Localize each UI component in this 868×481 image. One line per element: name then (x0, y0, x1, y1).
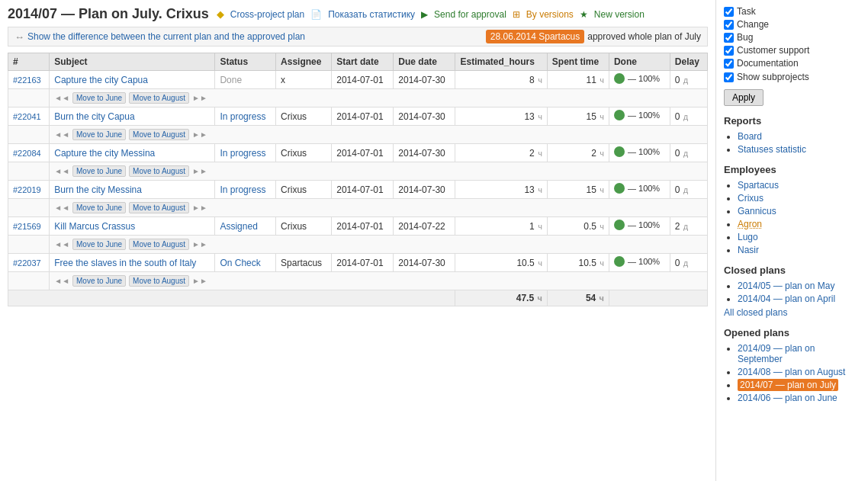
issue-assignee-cell: Spartacus (276, 254, 332, 272)
filter-checkbox-task[interactable] (724, 7, 734, 17)
filter-checkbox-item: Documentation (724, 58, 860, 69)
opened-plan-link[interactable]: 2014/06 — plan on June (738, 393, 837, 403)
filter-checkbox-bug[interactable] (724, 33, 734, 43)
issue-delay-cell: 0 д (670, 107, 707, 126)
by-versions-link[interactable]: By versions (526, 9, 574, 20)
closed-plan-item: 2014/04 — plan on April (738, 293, 860, 304)
issue-delay-cell: 0 д (670, 254, 707, 272)
move-june-link[interactable]: Move to June (72, 129, 126, 140)
move-august-link[interactable]: Move to August (129, 202, 189, 213)
employee-link[interactable]: Agron (738, 219, 762, 229)
issue-subject-cell: Capture the city Capua (50, 71, 215, 89)
employee-item: Spartacus (738, 180, 860, 191)
show-subprojects-checkbox[interactable] (724, 72, 734, 82)
action-row: ◄◄ Move to June Move to August ►► (8, 272, 708, 290)
statistics-link[interactable]: Показать статистику (328, 9, 415, 20)
move-august-link[interactable]: Move to August (129, 129, 189, 140)
issue-id-link[interactable]: #22084 (13, 149, 41, 158)
employee-link[interactable]: Spartacus (738, 180, 779, 191)
issue-id-link[interactable]: #21569 (13, 222, 41, 231)
col-header-spent: Spent time (547, 53, 609, 71)
issue-id-link[interactable]: #22163 (13, 75, 41, 85)
issue-subject-cell: Kill Marcus Crassus (50, 217, 215, 236)
filter-section: Task Change Bug Customer support Documen… (724, 6, 860, 106)
filter-checkbox-label: Bug (737, 32, 753, 43)
issue-due-cell: 2014-07-30 (394, 107, 455, 126)
col-header-subject: Subject (50, 53, 215, 71)
issue-subject-link[interactable]: Burn the city Capua (54, 111, 134, 122)
diff-icon: ↔ (14, 31, 24, 43)
left-arrow-icon: ◄◄ (54, 94, 69, 102)
move-june-link[interactable]: Move to June (72, 92, 126, 104)
issue-id-link[interactable]: #22037 (13, 258, 41, 268)
move-august-link[interactable]: Move to August (129, 239, 189, 250)
all-closed-plans-link[interactable]: All closed plans (724, 307, 860, 318)
issue-id-cell: #21569 (8, 217, 50, 236)
apply-button[interactable]: Apply (724, 89, 764, 106)
issue-subject-link[interactable]: Capture the city Messina (54, 148, 155, 159)
issue-status-cell: In progress (215, 107, 276, 126)
done-circle-icon (614, 146, 625, 157)
move-august-link[interactable]: Move to August (129, 165, 189, 177)
issue-status-cell: Done (215, 71, 276, 89)
issue-id-cell: #22037 (8, 254, 50, 272)
issue-subject-link[interactable]: Kill Marcus Crassus (54, 221, 135, 232)
opened-plan-link[interactable]: 2014/09 — plan on September (738, 343, 815, 364)
employee-link[interactable]: Gannicus (738, 206, 776, 216)
report-link[interactable]: Board (738, 131, 762, 142)
report-link[interactable]: Statuses statistic (738, 144, 806, 155)
issue-done-cell: — 100% (609, 107, 670, 126)
cross-project-link[interactable]: Cross-project plan (230, 9, 304, 20)
done-circle-icon (614, 220, 625, 230)
col-header-done: Done (609, 53, 670, 71)
opened-plan-link[interactable]: 2014/07 — plan on July (738, 379, 838, 391)
col-header-status: Status (215, 53, 276, 71)
approved-badge: 28.06.2014 Spartacus (486, 30, 584, 43)
new-version-link[interactable]: New version (594, 9, 645, 20)
reports-section: Reports BoardStatuses statistic (724, 115, 860, 155)
move-june-link[interactable]: Move to June (72, 165, 126, 177)
issue-subject-link[interactable]: Burn the city Messina (54, 184, 142, 195)
table-row: #22037 Free the slaves in the south of I… (8, 254, 708, 272)
right-arrow-icon: ►► (192, 130, 207, 139)
filter-checkbox-customer-support[interactable] (724, 46, 734, 56)
done-text: — 100% (628, 147, 660, 156)
col-header-estimated: Estimated_hours (455, 53, 547, 71)
send-approval-link[interactable]: Send for approval (434, 9, 506, 20)
move-june-link[interactable]: Move to June (72, 275, 126, 287)
filter-checkbox-item: Change (724, 19, 860, 30)
filter-checkbox-documentation[interactable] (724, 59, 734, 69)
filter-checkbox-item: Task (724, 6, 860, 17)
employee-link[interactable]: Crixus (738, 193, 764, 204)
issue-id-link[interactable]: #22019 (13, 185, 41, 194)
done-text: — 100% (628, 220, 660, 229)
employee-link[interactable]: Nasir (738, 245, 759, 255)
total-spent: 54 ч (547, 290, 609, 306)
table-row: #22041 Burn the city Capua In progress C… (8, 107, 708, 126)
opened-plan-item: 2014/09 — plan on September (738, 343, 860, 364)
move-august-link[interactable]: Move to August (129, 275, 189, 287)
closed-plan-link[interactable]: 2014/05 — plan on May (738, 281, 834, 291)
table-row: #22019 Burn the city Messina In progress… (8, 181, 708, 199)
issue-subject-link[interactable]: Capture the city Capua (54, 75, 148, 85)
opened-plan-link[interactable]: 2014/08 — plan on August (738, 367, 845, 377)
issue-start-cell: 2014-07-01 (332, 107, 394, 126)
opened-plans-title: Opened plans (724, 327, 860, 338)
layers-icon: ⊞ (513, 9, 520, 20)
move-june-link[interactable]: Move to June (72, 239, 126, 250)
diff-link[interactable]: Show the difference between the current … (27, 31, 305, 42)
issue-start-cell: 2014-07-01 (332, 144, 394, 162)
closed-plan-link[interactable]: 2014/04 — plan on April (738, 293, 835, 304)
move-august-link[interactable]: Move to August (129, 92, 189, 104)
employee-item: Gannicus (738, 206, 860, 216)
move-june-link[interactable]: Move to June (72, 202, 126, 213)
issue-due-cell: 2014-07-30 (394, 254, 455, 272)
issue-subject-link[interactable]: Free the slaves in the south of Italy (54, 258, 196, 268)
issue-done-cell: — 100% (609, 144, 670, 162)
filter-checkbox-change[interactable] (724, 20, 734, 30)
issue-id-link[interactable]: #22041 (13, 112, 41, 121)
issue-subject-cell: Burn the city Capua (50, 107, 215, 126)
employee-item: Lugo (738, 232, 860, 242)
employee-link[interactable]: Lugo (738, 232, 758, 242)
left-arrow-icon: ◄◄ (54, 130, 69, 139)
